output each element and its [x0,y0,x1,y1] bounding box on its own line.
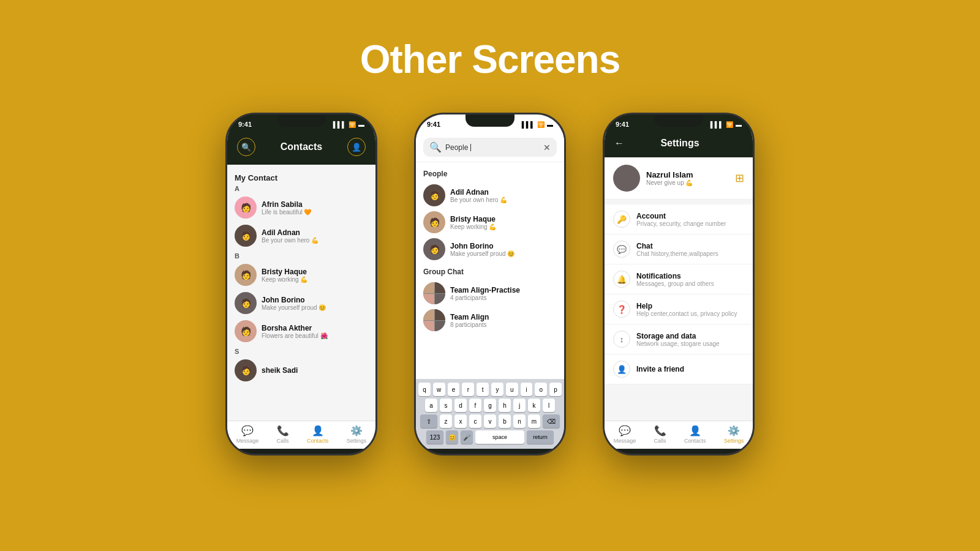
list-item[interactable]: 🧑 Adil Adnan Be your own hero 💪 [235,222,368,250]
key-v[interactable]: v [484,414,496,428]
contact-status: Be your own hero 💪 [262,237,368,244]
key-y[interactable]: y [491,383,503,396]
key-o[interactable]: o [535,383,547,396]
phone-contacts: 9:41 ▌▌▌ 🛜 ▬ 🔍 Contacts 👤 My Contact A 🧑 [225,113,377,455]
settings-icon-3: ⚙️ [728,425,740,437]
nav-message-label-3: Message [614,438,636,444]
key-i[interactable]: i [521,383,533,396]
key-a[interactable]: a [425,399,437,412]
contact-info: Borsha Akther Flowers are beautiful 🌺 [262,324,368,339]
key-l[interactable]: l [543,399,555,412]
list-item[interactable]: 🧑 sheik Sadi [235,356,368,384]
list-item[interactable]: 🧑 John Borino Make yourself proud 😊 [423,236,557,263]
search-bar[interactable]: 🔍 People ✕ [423,138,557,157]
key-e[interactable]: e [448,383,460,396]
list-item[interactable]: Team Align 8 participants [423,307,557,334]
key-f[interactable]: f [469,399,481,412]
key-g[interactable]: g [484,399,496,412]
keyboard[interactable]: q w e r t y u i o p a s d f g h [416,379,564,449]
return-key[interactable]: return [527,430,554,444]
key-t[interactable]: t [477,383,489,396]
avatar-cell-2 [435,282,446,293]
key-123[interactable]: 123 [426,430,443,444]
settings-item-desc: Network usage, stogare usage [636,340,744,347]
key-c[interactable]: c [469,414,481,428]
group-section-label: Group Chat [423,268,557,276]
key-w[interactable]: w [433,383,445,396]
close-icon[interactable]: ✕ [543,143,551,152]
profile-info: Nazrul Islam Never give up 💪 [646,170,693,186]
bottom-nav-1: 💬 Message 📞 Calls 👤 Contacts ⚙️ Settings [227,421,375,449]
settings-chat[interactable]: 💬 Chat Chat history,theme,wallpapers [605,234,753,264]
nav-message-3[interactable]: 💬 Message [614,425,636,444]
nav-settings[interactable]: ⚙️ Settings [347,425,367,444]
key-j[interactable]: j [513,399,526,412]
mic-key[interactable]: 🎤 [461,430,473,444]
settings-item-desc: Chat history,theme,wallpapers [636,250,744,257]
settings-notifications[interactable]: 🔔 Notifications Messages, group and othe… [605,264,753,294]
nav-settings-3[interactable]: ⚙️ Settings [724,425,744,444]
nav-calls-label-3: Calls [654,438,666,444]
contact-name: Afrin Sabila [262,200,368,209]
nav-calls-3[interactable]: 📞 Calls [654,425,666,444]
add-contact-button[interactable]: 👤 [347,138,366,156]
key-u[interactable]: u [506,383,518,396]
time-3: 9:41 [616,121,629,128]
list-item[interactable]: 🧑 Borsha Akther Flowers are beautiful 🌺 [235,317,368,345]
nav-contacts-3[interactable]: 👤 Contacts [684,425,706,444]
list-item[interactable]: 🧑 Afrin Sabila Life is beautiful 🧡 [235,193,368,222]
group-avatar-2 [423,309,445,331]
key-d[interactable]: d [454,399,467,412]
key-z[interactable]: z [440,414,452,428]
nav-contacts[interactable]: 👤 Contacts [307,425,329,444]
settings-item-name: Invite a friend [636,365,744,373]
key-n[interactable]: n [513,414,526,428]
profile-card[interactable]: Nazrul Islam Never give up 💪 ⊞ [605,157,753,200]
key-q[interactable]: q [418,383,431,396]
nav-calls[interactable]: 📞 Calls [277,425,289,444]
settings-item-text: Notifications Messages, group and others [636,272,744,287]
key-r[interactable]: r [462,383,474,396]
delete-key[interactable]: ⌫ [543,414,560,428]
settings-invite[interactable]: 👤 Invite a friend [605,354,753,384]
screen-3: ← Settings Nazrul Islam Never give up 💪 … [605,132,753,449]
nav-settings-label: Settings [347,438,367,444]
space-key[interactable]: space [475,430,524,444]
key-m[interactable]: m [528,414,540,428]
list-item[interactable]: 🧑 Bristy Haque Keep working 💪 [423,209,557,236]
avatar: 🧑 [423,238,445,260]
settings-help[interactable]: ❓ Help Help center,contact us, privacy p… [605,294,753,324]
avatar: 🧑 [235,359,257,381]
key-b[interactable]: b [499,414,511,428]
settings-account[interactable]: 🔑 Account Privacy, security, change numb… [605,204,753,234]
list-item[interactable]: 🧑 John Borino Make yourself proud 😊 [235,289,368,317]
settings-storage[interactable]: ↕️ Storage and data Network usage, stoga… [605,324,753,354]
signal-icons-3: ▌▌▌ 🛜 ▬ [710,121,742,128]
contact-name: Bristy Haque [262,268,368,276]
settings-item-desc: Messages, group and others [636,280,744,287]
key-s[interactable]: s [440,399,452,412]
avatar: 🧑 [423,184,445,206]
contact-info: Team Align 8 participants [450,313,557,328]
nav-message[interactable]: 💬 Message [236,425,259,444]
contact-info: Afrin Sabila Life is beautiful 🧡 [262,200,368,216]
group-participants: 4 participants [450,294,557,301]
key-k[interactable]: k [528,399,540,412]
back-button[interactable]: ← [614,138,624,149]
key-p[interactable]: p [549,383,562,396]
contact-name: Bristy Haque [450,215,557,223]
emoji-key[interactable]: 😊 [446,430,458,444]
key-h[interactable]: h [499,399,511,412]
contact-name: John Borino [262,296,368,304]
letter-a: A [235,185,368,192]
group-participants-2: 8 participants [450,321,557,328]
list-item[interactable]: 🧑 Bristy Haque Keep working 💪 [235,261,368,289]
profile-avatar [613,165,640,192]
search-input[interactable]: People [445,143,540,152]
list-item[interactable]: Team Align-Practise 4 participants [423,280,557,307]
key-x[interactable]: x [454,414,467,428]
search-button[interactable]: 🔍 [237,138,255,156]
qr-icon[interactable]: ⊞ [735,171,744,185]
list-item[interactable]: 🧑 Adil Adnan Be your own hero 💪 [423,182,557,209]
shift-key[interactable]: ⇧ [420,414,437,428]
